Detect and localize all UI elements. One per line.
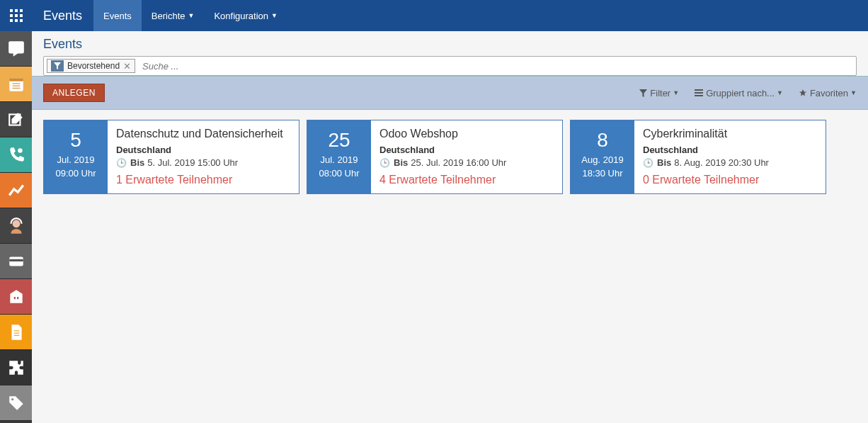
svg-rect-26	[695, 92, 703, 94]
event-kanban: 5 Jul. 2019 09:00 Uhr Datenschutz und Da…	[32, 110, 868, 204]
svg-point-15	[18, 148, 22, 153]
event-day: 8	[597, 130, 608, 150]
clock-icon: 🕒	[116, 158, 127, 168]
search-input[interactable]	[139, 60, 853, 73]
event-body: Datenschutz und Datensicherheit Deutschl…	[108, 120, 299, 193]
rail-app-tags[interactable]	[0, 385, 32, 421]
rail-app-documents[interactable]	[0, 315, 32, 350]
event-month-year: Aug. 2019	[581, 154, 623, 165]
svg-rect-6	[10, 19, 13, 22]
breadcrumb-row: Events	[32, 31, 868, 56]
puzzle-icon	[7, 359, 25, 377]
event-participants: 1 Erwartete Teilnehmer	[116, 174, 290, 186]
control-panel: ANLEGEN Filter ▼ Gruppiert nach... ▼ Fav…	[32, 76, 868, 110]
event-day: 5	[70, 130, 81, 150]
rail-app-buildings[interactable]	[0, 279, 32, 315]
caret-down-icon: ▼	[673, 89, 679, 96]
svg-rect-10	[9, 78, 23, 81]
event-start-time: 09:00 Uhr	[55, 168, 96, 179]
event-card[interactable]: 8 Aug. 2019 18:30 Uhr Cyberkriminalität …	[570, 120, 826, 194]
calendar-icon	[7, 75, 25, 94]
create-button[interactable]: ANLEGEN	[43, 84, 105, 102]
svg-rect-5	[20, 14, 23, 17]
star-icon	[799, 89, 807, 97]
event-country: Deutschland	[116, 145, 290, 155]
event-title: Datenschutz und Datensicherheit	[116, 128, 290, 140]
rail-app-notes[interactable]	[0, 102, 32, 137]
event-start-time: 18:30 Uhr	[582, 168, 622, 179]
svg-rect-25	[695, 89, 703, 91]
nav-tab-configuration[interactable]: Konfiguration▼	[204, 0, 287, 31]
rail-app-calendar[interactable]	[0, 67, 32, 102]
filter-tag-label: Bevorstehend	[67, 61, 120, 71]
event-country: Deutschland	[379, 145, 554, 155]
speech-bubble-icon	[7, 40, 25, 58]
event-until: 🕒 Bis 8. Aug. 2019 20:30 Uhr	[643, 157, 817, 168]
event-month-year: Jul. 2019	[57, 154, 95, 165]
svg-rect-0	[10, 9, 13, 12]
funnel-icon	[51, 60, 64, 72]
headset-person-icon	[7, 217, 25, 235]
event-month-year: Jul. 2019	[321, 154, 358, 165]
svg-rect-2	[20, 9, 23, 12]
rail-app-integrations[interactable]	[0, 350, 32, 385]
svg-rect-20	[17, 297, 18, 299]
app-rail	[0, 31, 32, 423]
event-card[interactable]: 25 Jul. 2019 08:00 Uhr Odoo Webshop Deut…	[307, 120, 563, 194]
apps-menu-button[interactable]	[0, 0, 32, 31]
search-box[interactable]: Bevorstehend ✕	[43, 56, 857, 76]
svg-rect-4	[15, 14, 18, 17]
nav-tab-reports[interactable]: Berichte▼	[142, 0, 205, 31]
search-row: Bevorstehend ✕	[32, 56, 868, 76]
nav-tab-events[interactable]: Events	[93, 0, 142, 31]
event-until: 🕒 Bis 5. Jul. 2019 15:00 Uhr	[116, 157, 290, 168]
rail-app-contacts[interactable]	[0, 137, 32, 173]
filter-tag-remove[interactable]: ✕	[123, 61, 131, 72]
clock-icon: 🕒	[643, 158, 653, 168]
clock-icon: 🕒	[379, 158, 390, 168]
app-brand: Events	[32, 0, 93, 31]
svg-rect-7	[15, 19, 18, 22]
favorites-dropdown[interactable]: Favoriten ▼	[799, 88, 857, 98]
caret-down-icon: ▼	[271, 12, 278, 19]
filters-dropdown[interactable]: Filter ▼	[639, 88, 679, 98]
caret-down-icon: ▼	[850, 89, 857, 96]
top-navbar: Events Events Berichte▼ Konfiguration▼	[0, 0, 868, 31]
rail-app-payments[interactable]	[0, 244, 32, 279]
event-until: 🕒 Bis 25. Jul. 2019 16:00 Uhr	[379, 157, 554, 168]
chart-line-icon	[7, 181, 25, 200]
search-options: Filter ▼ Gruppiert nach... ▼ Favoriten ▼	[639, 88, 857, 98]
event-participants: 0 Erwartete Teilnehmer	[643, 174, 817, 186]
document-icon	[7, 323, 25, 342]
svg-rect-8	[20, 19, 23, 22]
svg-point-24	[11, 397, 13, 400]
event-date-block: 25 Jul. 2019 08:00 Uhr	[307, 120, 371, 193]
caret-down-icon: ▼	[777, 89, 783, 96]
rail-app-messaging[interactable]	[0, 31, 32, 67]
rail-app-support[interactable]	[0, 208, 32, 244]
tag-icon	[7, 394, 25, 412]
main-content: Events Bevorstehend ✕ ANLEGEN Filter ▼	[32, 31, 868, 423]
svg-rect-18	[9, 259, 23, 261]
svg-rect-1	[15, 9, 18, 12]
event-day: 25	[328, 130, 350, 150]
pencil-note-icon	[7, 111, 25, 129]
event-start-time: 08:00 Uhr	[319, 168, 359, 179]
svg-rect-27	[695, 95, 703, 96]
event-title: Odoo Webshop	[379, 128, 554, 140]
caret-down-icon: ▼	[188, 12, 194, 19]
rail-app-sales[interactable]	[0, 173, 32, 208]
svg-point-16	[12, 220, 20, 227]
search-filter-tag[interactable]: Bevorstehend ✕	[47, 59, 135, 73]
event-title: Cyberkriminalität	[643, 128, 817, 140]
groupby-dropdown[interactable]: Gruppiert nach... ▼	[695, 88, 783, 98]
event-card[interactable]: 5 Jul. 2019 09:00 Uhr Datenschutz und Da…	[43, 120, 299, 194]
list-icon	[695, 89, 703, 96]
event-date-block: 5 Jul. 2019 09:00 Uhr	[44, 120, 108, 193]
phone-user-icon	[7, 146, 25, 164]
credit-card-icon	[7, 252, 25, 271]
event-body: Odoo Webshop Deutschland 🕒 Bis 25. Jul. …	[371, 120, 562, 193]
building-icon	[7, 288, 25, 306]
grid-icon	[10, 9, 23, 22]
event-body: Cyberkriminalität Deutschland 🕒 Bis 8. A…	[634, 120, 826, 193]
